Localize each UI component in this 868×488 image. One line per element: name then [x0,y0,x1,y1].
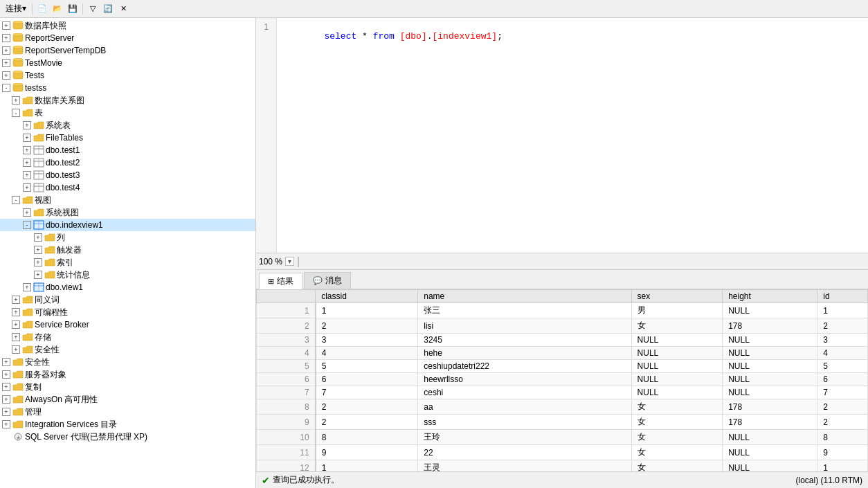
tree-expander[interactable] [22,220,32,230]
tree-expander[interactable] [33,233,43,242]
tree-item-label: Service Broker [35,320,89,329]
table-row[interactable]: 66heewrllssoNULLNULL6 [257,373,868,386]
tree-item[interactable]: 数据库关系图 [0,94,255,107]
tree-expander[interactable] [11,345,21,354]
status-icon: ✔ [262,475,270,486]
table-row[interactable]: 82aa女1782 [257,399,868,415]
tree-item[interactable]: 可编程性 [0,306,255,318]
tree-item[interactable]: AlwaysOn 高可用性 [0,393,255,406]
tree-item[interactable]: ★SQL Server 代理(已禁用代理 XP) [0,431,255,443]
tree-item[interactable]: testss [0,82,255,94]
tree-expander[interactable] [1,370,11,379]
tree-expander[interactable] [11,96,21,105]
table-row[interactable]: 44heheNULLNULL4 [257,347,868,360]
tree-item[interactable]: 表 [0,107,255,119]
tree-expander[interactable] [11,195,21,205]
zoom-separator: | [297,255,300,268]
tree-expander[interactable] [22,208,32,217]
row-number: 2 [257,318,316,334]
tree-item[interactable]: dbo.view1 [0,281,255,293]
results-grid[interactable]: classid name sex height id 11张三男NULL122l… [256,289,868,471]
tree-item[interactable]: ReportServer [0,32,255,44]
tab-results[interactable]: ⊞ 结果 [259,273,302,289]
table-row[interactable]: 333245NULLNULL3 [257,334,868,347]
tree-expander[interactable] [1,21,11,30]
tree-item[interactable]: 触发器 [0,244,255,256]
toolbar-btn-3[interactable]: 💾 [66,2,80,16]
tree-item[interactable]: Service Broker [0,318,255,331]
tree-expander[interactable] [11,108,21,118]
tree-item[interactable]: dbo.test4 [0,181,255,194]
tree-expander[interactable] [1,357,11,367]
tree-item[interactable]: 系统表 [0,119,255,132]
tree-expander[interactable] [11,332,21,342]
tree-item[interactable]: 系统视图 [0,206,255,219]
toolbar-btn-refresh[interactable]: 🔄 [101,2,115,16]
tree-item[interactable]: 复制 [0,381,255,393]
tree-item[interactable]: 列 [0,231,255,244]
cell-classid: 2 [316,318,418,334]
tree-item[interactable]: dbo.test3 [0,169,255,181]
tree-item[interactable]: 存储 [0,331,255,343]
tree-expander[interactable] [1,382,11,392]
table-row[interactable]: 121王灵女NULL1 [257,460,868,472]
tree-item[interactable]: 同义词 [0,293,255,306]
tree-item[interactable]: dbo.indexview1 [0,219,255,231]
tree-expander[interactable] [22,158,32,168]
tree-expander[interactable] [1,71,11,80]
tree-item[interactable]: ReportServerTempDB [0,44,255,57]
tree-expander[interactable] [1,46,11,55]
tree-item[interactable]: dbo.test2 [0,156,255,169]
table-row[interactable]: 55ceshiupdatetri222NULLNULL5 [257,360,868,373]
tree-item[interactable]: 安全性 [0,356,255,368]
tree-item[interactable]: 视图 [0,194,255,206]
tree-item[interactable]: 统计信息 [0,269,255,281]
tree-expander[interactable] [33,245,43,255]
tab-messages[interactable]: 💬 消息 [304,272,351,289]
tree-expander[interactable] [11,295,21,305]
table-row[interactable]: 92sss女1782 [257,415,868,430]
tree-container[interactable]: 数据库快照ReportServerReportServerTempDBTestM… [0,18,255,488]
tree-item[interactable]: 管理 [0,406,255,418]
tree-item[interactable]: dbo.test1 [0,144,255,156]
tree-expander[interactable] [22,170,32,180]
tree-expander[interactable] [1,407,11,417]
table-row[interactable]: 22lisi女1782 [257,318,868,334]
zoom-dropdown[interactable]: ▾ [285,257,294,266]
tree-item[interactable]: 服务器对象 [0,368,255,381]
tree-item[interactable]: FileTables [0,132,255,144]
tree-item[interactable]: Integration Services 目录 [0,418,255,431]
tree-expander[interactable] [22,183,32,192]
toolbar-btn-1[interactable]: 📄 [35,2,49,16]
table-row[interactable]: 108王玲女NULL8 [257,430,868,445]
tree-expander[interactable] [22,145,32,155]
tree-item[interactable]: 索引 [0,256,255,269]
tree-item[interactable]: 安全性 [0,343,255,356]
table-row[interactable]: 77ceshiNULLNULL7 [257,386,868,399]
toolbar-btn-filter[interactable]: ▽ [86,2,100,16]
tree-item-label: 系统表 [46,120,71,132]
tree-item[interactable]: 数据库快照 [0,19,255,32]
tree-expander[interactable] [22,282,32,292]
tree-expander[interactable] [22,120,32,130]
tree-expander[interactable] [1,33,11,43]
table-row[interactable]: 11922女NULL9 [257,445,868,460]
tree-item-label: 触发器 [57,244,82,256]
query-text[interactable]: select * from [dbo].[indexview1]; [277,21,868,52]
tree-expander[interactable] [11,320,21,329]
tree-item[interactable]: Tests [0,69,255,82]
tree-expander[interactable] [33,257,43,267]
tree-expander[interactable] [1,395,11,404]
toolbar-btn-2[interactable]: 📂 [51,2,64,16]
tree-expander[interactable] [22,133,32,143]
connect-label[interactable]: 连接▾ [3,3,29,15]
toolbar-btn-stop[interactable]: ✕ [116,2,130,16]
tree-item[interactable]: TestMovie [0,57,255,69]
tree-expander[interactable] [1,83,11,93]
table-row[interactable]: 11张三男NULL1 [257,303,868,318]
tree-expander[interactable] [33,270,43,280]
tree-expander[interactable] [1,419,11,429]
tree-expander[interactable] [1,58,11,68]
tree-expander[interactable] [11,307,21,317]
cell-height: NULL [723,360,817,373]
